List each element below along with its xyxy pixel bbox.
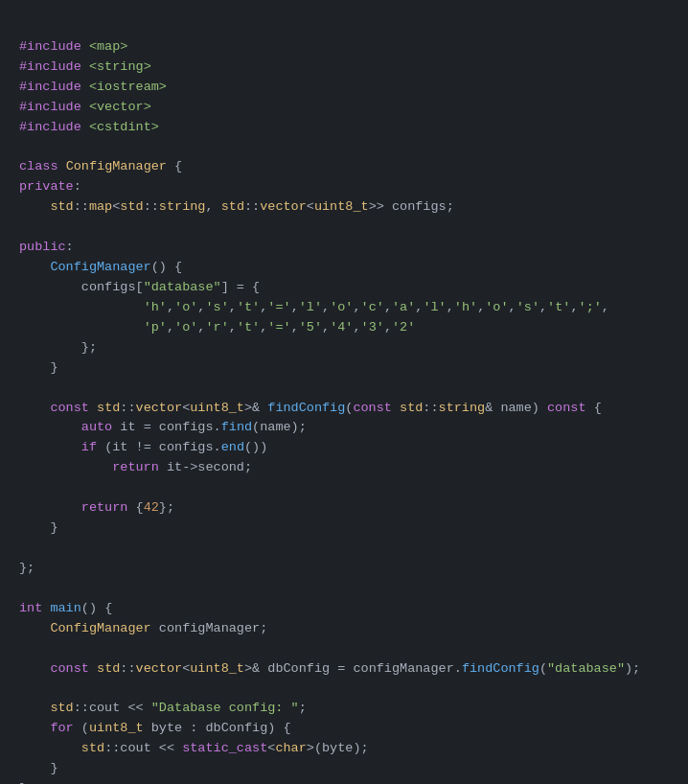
code-editor: #include <map> #include <string> #includ… (19, 17, 669, 784)
